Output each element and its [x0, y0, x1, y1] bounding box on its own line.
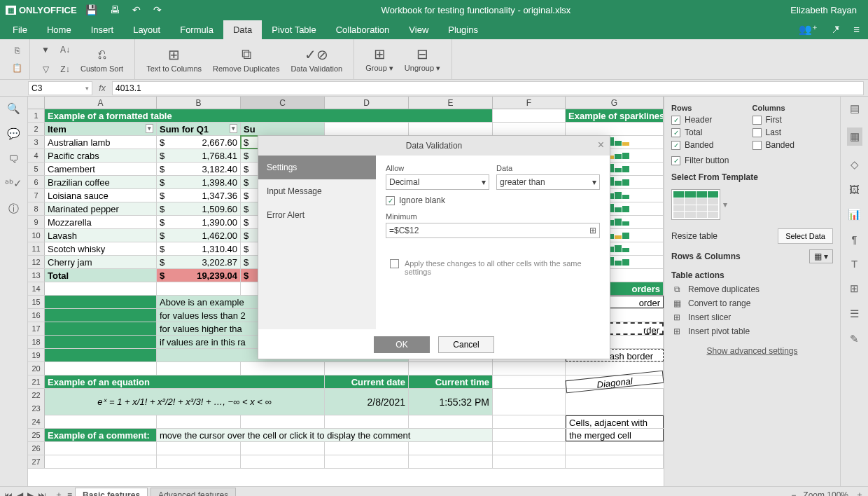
image-settings-icon[interactable]: 🖼	[849, 184, 860, 195]
redo-icon[interactable]: ↷	[153, 4, 162, 15]
sort-az-icon[interactable]: A↓	[57, 41, 74, 58]
menu-file[interactable]: File	[3, 20, 37, 39]
row-header[interactable]: 10	[28, 229, 45, 242]
cancel-button[interactable]: Cancel	[438, 336, 494, 353]
menu-insert[interactable]: Insert	[81, 20, 124, 39]
cell[interactable]: $1,390.00	[157, 216, 241, 228]
cell[interactable]: Scotch whisky	[45, 242, 157, 255]
menu-plugins[interactable]: Plugins	[438, 20, 488, 39]
comments-icon[interactable]: 💬	[7, 128, 20, 140]
sheet-list-icon[interactable]: ≡	[67, 490, 72, 497]
print-icon[interactable]: 🖶	[110, 4, 120, 15]
menu-data[interactable]: Data	[223, 20, 262, 39]
cell[interactable]: $1,310.40	[157, 242, 241, 255]
col-header-a[interactable]: A	[45, 97, 157, 109]
advanced-settings-link[interactable]: Show advanced settings	[671, 346, 833, 356]
filter-arrow-icon[interactable]: ▾	[146, 124, 153, 133]
filter-icon[interactable]: ▽	[37, 61, 54, 78]
cell[interactable]: Marinated pepper	[45, 202, 157, 215]
cell[interactable]: Brazilian coffee	[45, 176, 157, 188]
range-select-icon[interactable]: ⊞	[589, 226, 596, 235]
paste-icon[interactable]: 📋	[8, 62, 25, 76]
checkbox-filter[interactable]	[671, 156, 680, 165]
row-header[interactable]: 3	[28, 136, 45, 149]
custom-sort-button[interactable]: ⎌ Custom Sort	[76, 45, 127, 74]
col-header-f[interactable]: F	[493, 97, 566, 109]
sheet-nav-prev-icon[interactable]: ◀	[17, 490, 23, 497]
fx-label[interactable]: fx	[95, 83, 109, 93]
cell[interactable]: $1,347.36	[157, 189, 241, 202]
cell[interactable]: Camembert	[45, 163, 157, 175]
chart-settings-icon[interactable]: 📊	[848, 208, 861, 221]
remove-duplicates-link[interactable]: ⧉Remove duplicates	[671, 284, 833, 294]
cell[interactable]: Australian lamb	[45, 136, 157, 149]
zoom-in-icon[interactable]: ＋	[855, 489, 864, 496]
undo-icon[interactable]: ↶	[132, 4, 141, 15]
dialog-tab-error-alert[interactable]: Error Alert	[258, 203, 376, 227]
settings-icon[interactable]: ≡	[853, 23, 860, 36]
row-header[interactable]: 9	[28, 216, 45, 228]
user-name[interactable]: Elizabeth Rayan	[790, 5, 857, 15]
row-header[interactable]: 6	[28, 176, 45, 188]
cell[interactable]: $1,509.60	[157, 202, 241, 215]
cell[interactable]: $2,667.60	[157, 136, 241, 149]
feedback-icon[interactable]: ⓘ	[8, 202, 19, 216]
rows-cols-selector[interactable]: ▦ ▾	[809, 249, 833, 263]
cell[interactable]: $1,462.00	[157, 229, 241, 242]
row-header[interactable]: 7	[28, 189, 45, 202]
cell-settings-icon[interactable]: ▤	[850, 102, 860, 115]
formula-input[interactable]: 4013.1	[112, 81, 864, 95]
convert-range-link[interactable]: ▦Convert to range	[671, 298, 833, 308]
col-header-d[interactable]: D	[325, 97, 409, 109]
table-settings-icon[interactable]: ▦	[847, 128, 862, 146]
textart-settings-icon[interactable]: T	[851, 258, 858, 270]
data-validation-button[interactable]: ✓⊘ Data Validation	[286, 45, 346, 74]
select-data-button[interactable]: Select Data	[778, 228, 833, 244]
checkbox-total[interactable]	[671, 128, 680, 137]
ungroup-button[interactable]: ⊟ Ungroup ▾	[400, 44, 444, 74]
cell[interactable]: Cherry jam	[45, 256, 157, 268]
copy-icon[interactable]: ⎘	[8, 43, 25, 57]
checkbox-last[interactable]	[752, 128, 762, 137]
row-header[interactable]: 12	[28, 256, 45, 268]
signature-icon[interactable]: ✎	[850, 333, 859, 345]
ok-button[interactable]: OK	[374, 336, 430, 353]
sheet-tab-advanced[interactable]: Advanced features	[150, 488, 236, 497]
row-header[interactable]: 4	[28, 149, 45, 162]
sort-za-icon[interactable]: Z↓	[57, 61, 74, 78]
insert-slicer-link[interactable]: ⊞Insert slicer	[671, 312, 833, 322]
allow-select[interactable]: Decimal▾	[386, 174, 489, 190]
group-button[interactable]: ⊞ Group ▾	[361, 44, 398, 74]
pivot-settings-icon[interactable]: ⊞	[850, 282, 859, 295]
apply-all-checkbox[interactable]	[390, 259, 399, 268]
cell[interactable]: Lavash	[45, 229, 157, 242]
sheet-nav-last-icon[interactable]: ⏭	[38, 490, 46, 497]
sheet-nav-next-icon[interactable]: ▶	[27, 490, 34, 497]
cell[interactable]: Example of sparklines	[566, 109, 664, 122]
text-settings-icon[interactable]: ¶	[851, 233, 857, 245]
cell[interactable]: $3,202.87	[157, 256, 241, 268]
ignore-blank-checkbox[interactable]	[386, 196, 395, 205]
slicer-settings-icon[interactable]: ☰	[850, 308, 859, 320]
remove-duplicates-button[interactable]: ⧉ Remove Duplicates	[209, 45, 284, 74]
zoom-out-icon[interactable]: −	[791, 490, 796, 497]
row-header[interactable]: 11	[28, 242, 45, 255]
filter-arrow-icon[interactable]: ▾	[230, 124, 237, 133]
shape-settings-icon[interactable]: ◇	[850, 158, 859, 171]
data-select[interactable]: greater than▾	[496, 174, 600, 190]
col-header-c[interactable]: C	[241, 97, 325, 109]
row-header[interactable]: 1	[28, 109, 45, 122]
zoom-level[interactable]: Zoom 100%	[803, 490, 848, 497]
insert-pivot-link[interactable]: ⊞Insert pivot table	[671, 326, 833, 336]
open-location-icon[interactable]: ⭷	[830, 23, 841, 36]
spellcheck-icon[interactable]: ᵃᵇ✓	[5, 177, 22, 190]
col-header-b[interactable]: B	[157, 97, 241, 109]
text-to-columns-button[interactable]: ⊞ Text to Columns	[142, 45, 206, 74]
cell[interactable]: $3,182.40	[157, 163, 241, 175]
search-icon[interactable]: 🔍	[7, 102, 20, 115]
close-icon[interactable]: ×	[598, 139, 604, 151]
menu-collaboration[interactable]: Collaboration	[326, 20, 400, 39]
cell[interactable]: $1,398.40	[157, 176, 241, 188]
minimum-input[interactable]: =$C$12 ⊞	[386, 223, 600, 238]
cell[interactable]: Loisiana sauce	[45, 189, 157, 202]
